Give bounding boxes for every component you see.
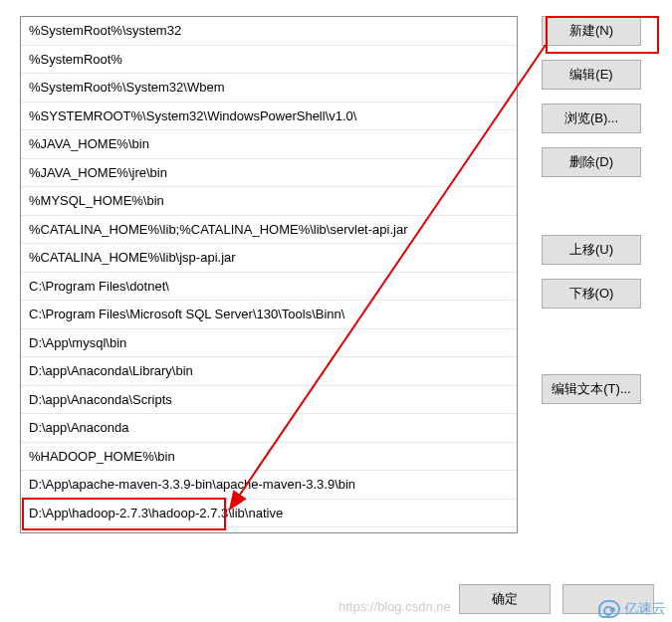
list-item[interactable]: D:\App\apache-maven-3.3.9-bin\apache-mav… <box>21 471 517 500</box>
list-item[interactable]: %SystemRoot% <box>21 46 517 75</box>
button-column: 新建(N) 编辑(E) 浏览(B)... 删除(D) 上移(U) 下移(O) 编… <box>542 16 641 533</box>
list-item[interactable]: D:\app\Anaconda <box>21 414 517 443</box>
list-item[interactable]: %SystemRoot%\System32\Wbem <box>21 74 517 103</box>
dialog-footer: 确定 <box>459 584 654 614</box>
cancel-button[interactable] <box>562 584 654 614</box>
list-item[interactable]: C:\Program Files\dotnet\ <box>21 273 517 302</box>
list-item[interactable]: %HADOOP_HOME%\bin <box>21 443 517 472</box>
list-item[interactable]: C:\Program Files (x86)\Windows Kits\8.1\… <box>21 527 517 533</box>
list-item[interactable]: D:\app\Anaconda\Scripts <box>21 386 517 415</box>
edit-button[interactable]: 编辑(E) <box>542 60 641 90</box>
list-item[interactable]: D:\App\mysql\bin <box>21 329 517 358</box>
browse-button[interactable]: 浏览(B)... <box>542 104 641 133</box>
list-item[interactable]: %CATALINA_HOME%\lib\jsp-api.jar <box>21 244 517 273</box>
path-list[interactable]: %SystemRoot%\system32%SystemRoot%%System… <box>20 16 518 533</box>
list-item[interactable]: D:\App\hadoop-2.7.3\hadoop-2.7.3\lib\nat… <box>21 500 517 528</box>
edit-text-button[interactable]: 编辑文本(T)... <box>542 374 641 404</box>
new-button[interactable]: 新建(N) <box>542 16 641 46</box>
list-item[interactable]: D:\app\Anaconda\Library\bin <box>21 357 517 386</box>
delete-button[interactable]: 删除(D) <box>542 147 641 177</box>
list-item[interactable]: %JAVA_HOME%\bin <box>21 130 517 159</box>
list-item[interactable]: %CATALINA_HOME%\lib;%CATALINA_HOME%\lib\… <box>21 216 517 245</box>
list-item[interactable]: %SystemRoot%\system32 <box>21 17 517 46</box>
list-item[interactable]: %JAVA_HOME%\jre\bin <box>21 159 517 188</box>
move-down-button[interactable]: 下移(O) <box>542 279 641 309</box>
list-item[interactable]: C:\Program Files\Microsoft SQL Server\13… <box>21 301 517 329</box>
watermark: https://blog.csdn.ne <box>338 599 451 614</box>
ok-button[interactable]: 确定 <box>459 584 551 614</box>
list-item[interactable]: %MYSQL_HOME%\bin <box>21 187 517 216</box>
move-up-button[interactable]: 上移(U) <box>542 235 641 265</box>
list-item[interactable]: %SYSTEMROOT%\System32\WindowsPowerShell\… <box>21 103 517 131</box>
